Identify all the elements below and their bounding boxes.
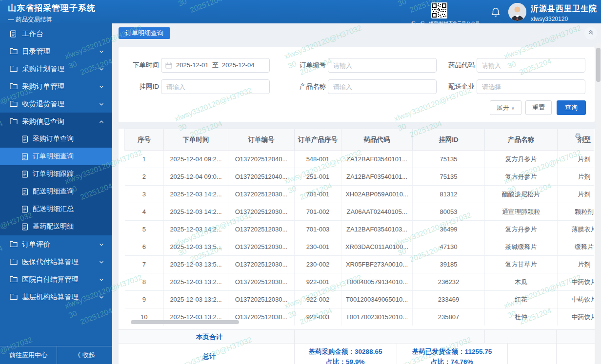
sidebar-item-purchase-plan-mgmt[interactable]: 采购计划管理	[0, 60, 112, 77]
avatar[interactable]	[508, 3, 526, 21]
sidebar-item-order-evaluation[interactable]: 订单评价	[0, 235, 112, 253]
sidebar-item-purchase-info-query[interactable]: 采购信息查询	[0, 113, 112, 130]
sidebar-item-basic-drug-delivery-detail[interactable]: 基药配送明细	[0, 218, 112, 235]
filter-field-order-no[interactable]	[328, 58, 437, 73]
table-cell: 47130	[413, 238, 485, 256]
filter-field-delivery-company[interactable]	[477, 79, 585, 94]
table-cell: 复方甘草片	[485, 256, 558, 273]
document-icon	[21, 206, 29, 213]
table-cell: 39185	[413, 256, 485, 273]
table-scroll-area: 序号下单时间订单编号订单产品序号药品代码挂网ID产品名称剂型12025-12-0…	[124, 129, 594, 326]
double-angle-left-icon: 《	[74, 351, 80, 360]
table-cell: 701-002	[295, 203, 341, 221]
folder-icon	[10, 47, 18, 56]
table-cell: 颗粒剂	[558, 203, 594, 221]
notification-bell-icon[interactable]	[490, 7, 501, 18]
order-no-input[interactable]	[332, 61, 432, 70]
listing-id-input[interactable]	[165, 83, 265, 91]
sidebar-group-purchase-plan-mgmt: 采购计划管理	[0, 60, 112, 77]
table-cell: 233469	[413, 291, 485, 308]
sidebar-item-order-detail-track[interactable]: 订单明细跟踪	[0, 165, 112, 183]
sidebar-item-grassroots-settle[interactable]: 基层机构结算管理	[0, 288, 112, 306]
sidebar-item-purchase-order-mgmt[interactable]: 采购订单管理	[0, 77, 112, 95]
table-cell: 80053	[413, 203, 485, 221]
sidebar-item-catalog-mgmt[interactable]: 目录管理	[0, 42, 112, 60]
table-cell: 922-001	[295, 273, 341, 291]
table-cell: 5	[125, 221, 164, 238]
table-cell: 81312	[413, 186, 485, 203]
calendar-icon	[165, 62, 172, 69]
table-row: 92025-12-03 13:2...O137202512030...922-0…	[125, 291, 594, 308]
app-subtitle: — 药品交易结算	[8, 16, 96, 24]
horizontal-scrollbar[interactable]	[131, 320, 239, 324]
drug-code-input[interactable]	[481, 61, 581, 70]
table-cell: 1	[125, 151, 164, 168]
sidebar-item-workbench[interactable]: 工作台	[0, 25, 112, 42]
table-cell: 75135	[413, 168, 485, 186]
table-cell: 235807	[413, 308, 485, 326]
filter-field-drug-code[interactable]	[477, 58, 585, 73]
chevron-down-icon	[99, 83, 104, 91]
app-center-button[interactable]: 前往应用中心	[0, 346, 57, 364]
folder-icon	[10, 100, 18, 108]
collapse-panel-button[interactable]	[584, 27, 597, 39]
search-button[interactable]: 查询	[557, 100, 586, 115]
product-name-input[interactable]	[332, 83, 432, 91]
table-cell: 复方丹参片	[485, 168, 558, 186]
page-total-row: 本页合计	[119, 329, 595, 344]
column-header: 订单产品序号	[295, 129, 341, 151]
table-cell: O137202512030...	[228, 186, 295, 203]
date-range-input[interactable]	[175, 61, 265, 70]
table-cell: O137202512030...	[228, 238, 295, 256]
table-cell: 6	[125, 238, 164, 256]
sidebar-item-label: 医院自付结算管理	[22, 275, 79, 284]
grand-total-row: 总计 基药采购金额：30288.65 占比：59.9% 基药已发货金额：1125…	[119, 344, 595, 364]
sidebar-item-delivery-detail-query[interactable]: 配送明细查询	[0, 183, 112, 200]
table-cell: 4	[125, 203, 164, 221]
sidebar: 工作台目录管理采购计划管理采购订单管理收货退货管理采购信息查询采购订单查询订单明…	[0, 23, 112, 364]
chevron-down-icon	[99, 66, 104, 74]
filter-field-listing-id[interactable]	[161, 79, 270, 94]
chevron-down-icon	[99, 294, 104, 302]
filter-field-order-time[interactable]	[161, 58, 270, 73]
expand-filters-button[interactable]: 展开 ∨	[490, 100, 521, 115]
tab-order-detail-query[interactable]: 订单明细查询	[119, 27, 170, 39]
table-cell: ZA12BAF03540101...	[341, 151, 413, 168]
sidebar-item-receive-return-mgmt[interactable]: 收货退货管理	[0, 95, 112, 113]
table-row: 12025-12-04 09:2...O137202512040...548-0…	[125, 151, 594, 168]
reset-button[interactable]: 重置	[525, 100, 552, 115]
sidebar-nav: 工作台目录管理采购计划管理采购订单管理收货退货管理采购信息查询采购订单查询订单明…	[0, 25, 112, 306]
table-cell: 701-003	[295, 221, 341, 238]
sidebar-item-hospital-self-pay-settle[interactable]: 医院自付结算管理	[0, 270, 112, 288]
column-settings-gear-icon[interactable]: ⚙	[575, 132, 581, 140]
table-row: 52025-12-03 14:2...O137202512030...701-0…	[125, 221, 594, 238]
table-cell: 2025-12-03 14:2...	[164, 203, 228, 221]
table-cell: 251-001	[295, 168, 341, 186]
sidebar-item-medical-insurance-settle[interactable]: 医保代付结算管理	[0, 253, 112, 270]
sidebar-footer: 前往应用中心 《 收起	[0, 346, 112, 364]
table-cell: O137202512040...	[228, 168, 295, 186]
table-cell: O137202512040...	[228, 151, 295, 168]
table-cell: 复方丹参片	[485, 221, 558, 238]
document-icon	[10, 30, 18, 38]
sidebar-item-label: 工作台	[22, 29, 43, 38]
table-cell: 7	[125, 256, 164, 273]
sidebar-item-order-detail-query[interactable]: 订单明细查询	[0, 148, 112, 165]
filter-field-product-name[interactable]	[328, 79, 437, 94]
table-cell: O137202512030...	[228, 291, 295, 308]
table-cell: ZA12BAF03540103...	[341, 221, 413, 238]
sidebar-group-grassroots-settle: 基层机构结算管理	[0, 288, 112, 306]
table-cell: 2025-12-03 13:2...	[164, 291, 228, 308]
sidebar-group-receive-return-mgmt: 收货退货管理	[0, 95, 112, 113]
collapse-sidebar-button[interactable]: 《 收起	[57, 346, 112, 364]
table-cell: 2025-12-03 14:2...	[164, 221, 228, 238]
filter-label-listing-id: 挂网ID	[118, 79, 159, 94]
sidebar-item-purchase-order-query[interactable]: 采购订单查询	[0, 130, 112, 148]
table-cell: ZA12BAF03540101...	[341, 168, 413, 186]
sidebar-item-label: 基层机构结算管理	[22, 292, 79, 302]
delivery-company-select[interactable]	[481, 83, 581, 91]
sidebar-item-delivery-detail-summary[interactable]: 配送明细汇总	[0, 200, 112, 218]
table-cell: 701-001	[295, 186, 341, 203]
vertical-scrollbar[interactable]	[596, 48, 601, 82]
sidebar-subitem-label: 订单明细查询	[33, 152, 74, 161]
